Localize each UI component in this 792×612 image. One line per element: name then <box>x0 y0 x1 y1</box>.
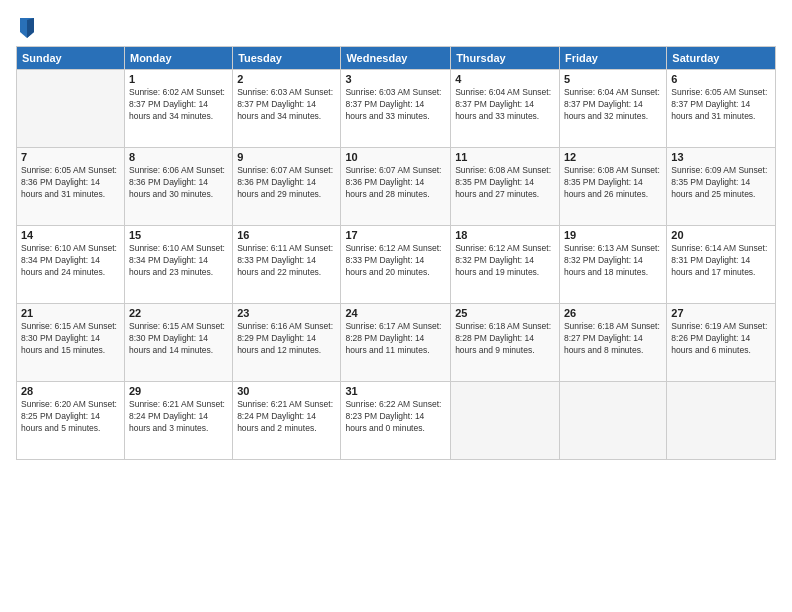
calendar-day: 26Sunrise: 6:18 AM Sunset: 8:27 PM Dayli… <box>559 304 666 382</box>
day-detail: Sunrise: 6:05 AM Sunset: 8:37 PM Dayligh… <box>671 87 771 123</box>
calendar-day: 23Sunrise: 6:16 AM Sunset: 8:29 PM Dayli… <box>233 304 341 382</box>
calendar-day: 21Sunrise: 6:15 AM Sunset: 8:30 PM Dayli… <box>17 304 125 382</box>
day-number: 2 <box>237 73 336 85</box>
day-detail: Sunrise: 6:10 AM Sunset: 8:34 PM Dayligh… <box>21 243 120 279</box>
day-number: 31 <box>345 385 446 397</box>
page: SundayMondayTuesdayWednesdayThursdayFrid… <box>0 0 792 612</box>
calendar-day: 22Sunrise: 6:15 AM Sunset: 8:30 PM Dayli… <box>124 304 232 382</box>
calendar-day: 5Sunrise: 6:04 AM Sunset: 8:37 PM Daylig… <box>559 70 666 148</box>
day-number: 6 <box>671 73 771 85</box>
calendar-week-row: 21Sunrise: 6:15 AM Sunset: 8:30 PM Dayli… <box>17 304 776 382</box>
day-number: 7 <box>21 151 120 163</box>
day-number: 25 <box>455 307 555 319</box>
calendar-week-row: 7Sunrise: 6:05 AM Sunset: 8:36 PM Daylig… <box>17 148 776 226</box>
calendar-day: 17Sunrise: 6:12 AM Sunset: 8:33 PM Dayli… <box>341 226 451 304</box>
calendar-day <box>17 70 125 148</box>
day-detail: Sunrise: 6:06 AM Sunset: 8:36 PM Dayligh… <box>129 165 228 201</box>
calendar-day: 1Sunrise: 6:02 AM Sunset: 8:37 PM Daylig… <box>124 70 232 148</box>
logo <box>16 16 36 38</box>
weekday-header: Wednesday <box>341 47 451 70</box>
calendar-day: 18Sunrise: 6:12 AM Sunset: 8:32 PM Dayli… <box>451 226 560 304</box>
day-detail: Sunrise: 6:16 AM Sunset: 8:29 PM Dayligh… <box>237 321 336 357</box>
day-detail: Sunrise: 6:09 AM Sunset: 8:35 PM Dayligh… <box>671 165 771 201</box>
calendar-day: 24Sunrise: 6:17 AM Sunset: 8:28 PM Dayli… <box>341 304 451 382</box>
weekday-header: Friday <box>559 47 666 70</box>
day-detail: Sunrise: 6:08 AM Sunset: 8:35 PM Dayligh… <box>455 165 555 201</box>
calendar-day: 14Sunrise: 6:10 AM Sunset: 8:34 PM Dayli… <box>17 226 125 304</box>
calendar-day: 4Sunrise: 6:04 AM Sunset: 8:37 PM Daylig… <box>451 70 560 148</box>
day-number: 5 <box>564 73 662 85</box>
day-number: 28 <box>21 385 120 397</box>
day-number: 15 <box>129 229 228 241</box>
calendar-body: 1Sunrise: 6:02 AM Sunset: 8:37 PM Daylig… <box>17 70 776 460</box>
day-detail: Sunrise: 6:02 AM Sunset: 8:37 PM Dayligh… <box>129 87 228 123</box>
day-number: 29 <box>129 385 228 397</box>
weekday-header: Sunday <box>17 47 125 70</box>
day-detail: Sunrise: 6:12 AM Sunset: 8:33 PM Dayligh… <box>345 243 446 279</box>
day-detail: Sunrise: 6:08 AM Sunset: 8:35 PM Dayligh… <box>564 165 662 201</box>
calendar-day: 20Sunrise: 6:14 AM Sunset: 8:31 PM Dayli… <box>667 226 776 304</box>
calendar-day <box>451 382 560 460</box>
day-number: 21 <box>21 307 120 319</box>
calendar-day: 15Sunrise: 6:10 AM Sunset: 8:34 PM Dayli… <box>124 226 232 304</box>
calendar-day: 29Sunrise: 6:21 AM Sunset: 8:24 PM Dayli… <box>124 382 232 460</box>
day-number: 18 <box>455 229 555 241</box>
calendar-day: 7Sunrise: 6:05 AM Sunset: 8:36 PM Daylig… <box>17 148 125 226</box>
day-detail: Sunrise: 6:17 AM Sunset: 8:28 PM Dayligh… <box>345 321 446 357</box>
day-detail: Sunrise: 6:05 AM Sunset: 8:36 PM Dayligh… <box>21 165 120 201</box>
day-number: 4 <box>455 73 555 85</box>
day-detail: Sunrise: 6:14 AM Sunset: 8:31 PM Dayligh… <box>671 243 771 279</box>
day-detail: Sunrise: 6:03 AM Sunset: 8:37 PM Dayligh… <box>237 87 336 123</box>
day-number: 23 <box>237 307 336 319</box>
calendar-day: 27Sunrise: 6:19 AM Sunset: 8:26 PM Dayli… <box>667 304 776 382</box>
calendar-day <box>667 382 776 460</box>
day-number: 27 <box>671 307 771 319</box>
day-detail: Sunrise: 6:07 AM Sunset: 8:36 PM Dayligh… <box>237 165 336 201</box>
calendar-day: 25Sunrise: 6:18 AM Sunset: 8:28 PM Dayli… <box>451 304 560 382</box>
day-number: 24 <box>345 307 446 319</box>
day-detail: Sunrise: 6:22 AM Sunset: 8:23 PM Dayligh… <box>345 399 446 435</box>
day-number: 3 <box>345 73 446 85</box>
day-detail: Sunrise: 6:03 AM Sunset: 8:37 PM Dayligh… <box>345 87 446 123</box>
calendar-day: 9Sunrise: 6:07 AM Sunset: 8:36 PM Daylig… <box>233 148 341 226</box>
calendar-day: 3Sunrise: 6:03 AM Sunset: 8:37 PM Daylig… <box>341 70 451 148</box>
day-detail: Sunrise: 6:21 AM Sunset: 8:24 PM Dayligh… <box>237 399 336 435</box>
day-number: 1 <box>129 73 228 85</box>
calendar-day: 28Sunrise: 6:20 AM Sunset: 8:25 PM Dayli… <box>17 382 125 460</box>
calendar-day: 2Sunrise: 6:03 AM Sunset: 8:37 PM Daylig… <box>233 70 341 148</box>
day-number: 19 <box>564 229 662 241</box>
calendar-day: 8Sunrise: 6:06 AM Sunset: 8:36 PM Daylig… <box>124 148 232 226</box>
logo-icon <box>18 16 36 38</box>
calendar-week-row: 28Sunrise: 6:20 AM Sunset: 8:25 PM Dayli… <box>17 382 776 460</box>
day-detail: Sunrise: 6:11 AM Sunset: 8:33 PM Dayligh… <box>237 243 336 279</box>
header <box>16 16 776 38</box>
calendar-day: 31Sunrise: 6:22 AM Sunset: 8:23 PM Dayli… <box>341 382 451 460</box>
calendar-day: 19Sunrise: 6:13 AM Sunset: 8:32 PM Dayli… <box>559 226 666 304</box>
calendar-table: SundayMondayTuesdayWednesdayThursdayFrid… <box>16 46 776 460</box>
day-number: 30 <box>237 385 336 397</box>
calendar-day: 10Sunrise: 6:07 AM Sunset: 8:36 PM Dayli… <box>341 148 451 226</box>
day-detail: Sunrise: 6:15 AM Sunset: 8:30 PM Dayligh… <box>21 321 120 357</box>
weekday-header: Saturday <box>667 47 776 70</box>
day-detail: Sunrise: 6:18 AM Sunset: 8:28 PM Dayligh… <box>455 321 555 357</box>
day-number: 9 <box>237 151 336 163</box>
calendar-day: 13Sunrise: 6:09 AM Sunset: 8:35 PM Dayli… <box>667 148 776 226</box>
day-detail: Sunrise: 6:20 AM Sunset: 8:25 PM Dayligh… <box>21 399 120 435</box>
day-number: 10 <box>345 151 446 163</box>
day-number: 8 <box>129 151 228 163</box>
day-detail: Sunrise: 6:04 AM Sunset: 8:37 PM Dayligh… <box>564 87 662 123</box>
weekday-header: Monday <box>124 47 232 70</box>
day-detail: Sunrise: 6:07 AM Sunset: 8:36 PM Dayligh… <box>345 165 446 201</box>
day-number: 26 <box>564 307 662 319</box>
calendar-day: 12Sunrise: 6:08 AM Sunset: 8:35 PM Dayli… <box>559 148 666 226</box>
day-number: 17 <box>345 229 446 241</box>
day-detail: Sunrise: 6:18 AM Sunset: 8:27 PM Dayligh… <box>564 321 662 357</box>
calendar-day: 6Sunrise: 6:05 AM Sunset: 8:37 PM Daylig… <box>667 70 776 148</box>
day-detail: Sunrise: 6:10 AM Sunset: 8:34 PM Dayligh… <box>129 243 228 279</box>
day-number: 11 <box>455 151 555 163</box>
day-number: 14 <box>21 229 120 241</box>
calendar-day: 30Sunrise: 6:21 AM Sunset: 8:24 PM Dayli… <box>233 382 341 460</box>
day-detail: Sunrise: 6:13 AM Sunset: 8:32 PM Dayligh… <box>564 243 662 279</box>
day-detail: Sunrise: 6:15 AM Sunset: 8:30 PM Dayligh… <box>129 321 228 357</box>
calendar-week-row: 1Sunrise: 6:02 AM Sunset: 8:37 PM Daylig… <box>17 70 776 148</box>
